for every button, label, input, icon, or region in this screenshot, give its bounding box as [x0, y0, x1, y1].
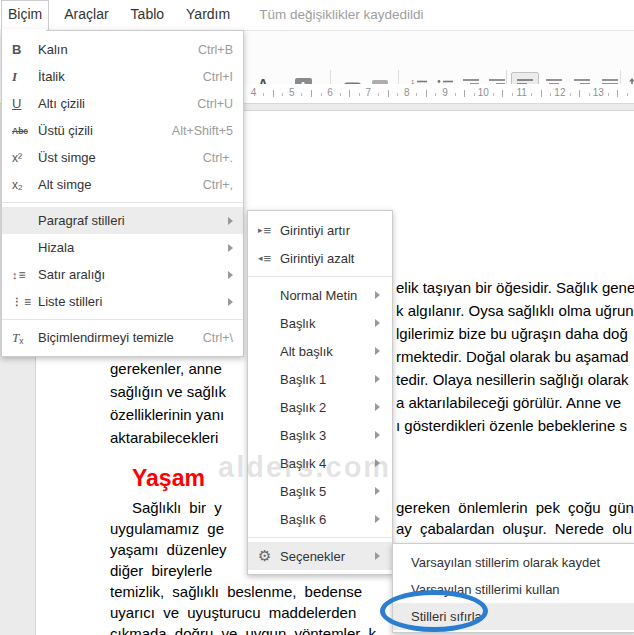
ruler-tick [531, 93, 532, 96]
submenu-arrow-icon [228, 298, 233, 306]
format-menu-item-i-talik[interactable]: İtalik Ctrl+I [2, 63, 243, 90]
ruler-tick [321, 93, 322, 96]
subscript-icon [12, 178, 38, 192]
ruler-tick [378, 93, 379, 96]
paragraph-styles-item-girintiyi-azalt[interactable]: Girintiyi azalt [248, 244, 392, 272]
paragraph-styles-item-başlık-2[interactable]: Başlık 2 [248, 393, 392, 421]
ruler-tick [388, 90, 389, 97]
ruler-tick [464, 90, 465, 97]
ruler-tick [340, 93, 341, 96]
active-tab-connector [2, 29, 46, 32]
ruler-number: 4 [251, 87, 257, 98]
save-status: Tüm değişiklikler kaydedildi [259, 7, 423, 30]
format-menu-item-liste-stilleri[interactable]: Liste stilleri [2, 288, 243, 315]
menu-item-label: Stilleri sıfırla [411, 609, 482, 624]
ruler-tick [589, 93, 590, 96]
ruler-tick [550, 93, 551, 96]
menu-item-shortcut: Ctrl+. [203, 151, 233, 165]
ruler-number: 6 [327, 87, 333, 98]
ruler-tick [426, 90, 427, 97]
ruler-tick [435, 93, 436, 96]
menu-item-label: Varsayılan stillerim olarak kaydet [411, 555, 600, 570]
format-menu-item-altı-çizili[interactable]: Altı çizili Ctrl+U [2, 90, 243, 117]
menu-item-label: Girintiyi azalt [280, 251, 354, 266]
ruler-tick [493, 93, 494, 96]
menu-item-label: Liste stilleri [38, 294, 102, 309]
paragraph-styles-item-başlık-3[interactable]: Başlık 3 [248, 421, 392, 449]
menu-item-label: Başlık 6 [280, 512, 326, 527]
ruler-tick [263, 93, 264, 96]
paragraph-styles-item-normal-metin[interactable]: Normal Metin [248, 281, 392, 309]
format-menu-item-üstü-çizili[interactable]: Üstü çizili Alt+Shift+5 [2, 117, 243, 144]
paragraph-styles-item-başlık[interactable]: Başlık [248, 309, 392, 337]
ruler-number: 8 [404, 87, 410, 98]
underline-icon [12, 96, 38, 111]
menu-tab-yardım[interactable]: Yardım [179, 0, 237, 30]
paragraph-styles-item-girintiyi-artır[interactable]: Girintiyi artır [248, 216, 392, 244]
format-menu-item-kalın[interactable]: Kalın Ctrl+B [2, 36, 243, 63]
menu-item-label: Kalın [38, 42, 68, 57]
ruler-tick [282, 93, 283, 96]
clear-formatting-icon [12, 330, 38, 346]
ruler-number: 13 [593, 87, 604, 98]
ruler-tick [512, 93, 513, 96]
site-watermark: alders.com [218, 451, 391, 484]
style-options-item-varsayılan-stillerim-olarak-kaydet[interactable]: Varsayılan stillerim olarak kaydet [393, 549, 634, 576]
menu-item-label: Hizala [38, 240, 74, 255]
menu-separator [2, 202, 243, 203]
menu-tab-araçlar[interactable]: Araçlar [57, 0, 115, 30]
ruler-number: 12 [554, 87, 565, 98]
format-menu-item-paragraf-stilleri[interactable]: Paragraf stilleri [2, 207, 243, 234]
menu-item-label: İtalik [38, 69, 65, 84]
ruler-tick [359, 93, 360, 96]
submenu-arrow-icon [375, 403, 380, 411]
paragraph-styles-item-başlık-6[interactable]: Başlık 6 [248, 505, 392, 533]
paragraph-styles-item-başlık-1[interactable]: Başlık 1 [248, 365, 392, 393]
menu-item-label: Üstü çizili [38, 123, 93, 138]
submenu-arrow-icon [228, 244, 233, 252]
italic-icon [12, 69, 38, 85]
ruler-tick [627, 93, 628, 96]
format-menu-item-satır-aralığı[interactable]: Satır aralığı [2, 261, 243, 288]
paragraph-styles-item-seçenekler[interactable]: Seçenekler [248, 542, 392, 570]
superscript-icon [12, 151, 38, 165]
ruler-tick [301, 93, 302, 96]
menu-item-shortcut: Ctrl+I [203, 70, 233, 84]
menu-item-label: Seçenekler [280, 549, 345, 564]
ruler-number: 10 [478, 87, 489, 98]
submenu-arrow-icon [375, 487, 380, 495]
style-options-menu: Varsayılan stillerim olarak kaydet Varsa… [392, 543, 634, 633]
indent-increase-icon [258, 223, 280, 238]
ruler-tick [570, 93, 571, 96]
format-menu-item-hizala[interactable]: Hizala [2, 234, 243, 261]
menu-item-label: Başlık 5 [280, 484, 326, 499]
format-menu-item-üst-simge[interactable]: Üst simge Ctrl+. [2, 144, 243, 171]
ruler-tick [311, 90, 312, 97]
list-styles-icon [12, 295, 38, 309]
ruler-tick [273, 90, 274, 97]
menu-item-label: Girintiyi artır [280, 223, 350, 238]
paragraph-styles-menu: Girintiyi artır Girintiyi azalt Normal M… [247, 210, 393, 575]
ruler-tick [541, 90, 542, 97]
ruler-tick [579, 90, 580, 97]
submenu-arrow-icon [375, 375, 380, 383]
style-options-item-stilleri-sıfırla[interactable]: Stilleri sıfırla [393, 603, 634, 630]
menu-item-label: Biçimlendirmeyi temizle [38, 330, 174, 345]
menu-tab-tablo[interactable]: Tablo [124, 0, 171, 30]
format-menu-item-alt-simge[interactable]: Alt simge Ctrl+, [2, 171, 243, 198]
menu-tab-biçim[interactable]: Biçim [1, 0, 49, 30]
menu-item-label: Başlık 1 [280, 372, 326, 387]
ruler-tick [349, 90, 350, 97]
menu-item-label: Üst simge [38, 150, 96, 165]
ruler-tick [397, 93, 398, 96]
paragraph-styles-item-alt-başlık[interactable]: Alt başlık [248, 337, 392, 365]
menu-item-label: Paragraf stilleri [38, 213, 125, 228]
style-options-item-varsayılan-stillerimi-kullan[interactable]: Varsayılan stillerimi kullan [393, 576, 634, 603]
format-menu-item-biçimlendirmeyi-temizle[interactable]: Biçimlendirmeyi temizle Ctrl+\ [2, 324, 243, 351]
menu-item-label: Alt simge [38, 177, 91, 192]
menubar-tabs: BiçimAraçlarTabloYardım [0, 0, 237, 30]
submenu-arrow-icon [375, 319, 380, 327]
gear-icon [258, 547, 280, 565]
google-docs-window: elik taşıyan bir öğesidir. Sağlık genek … [0, 0, 634, 635]
format-menu: Kalın Ctrl+B İtalik Ctrl+I Altı çizili C… [1, 30, 244, 357]
